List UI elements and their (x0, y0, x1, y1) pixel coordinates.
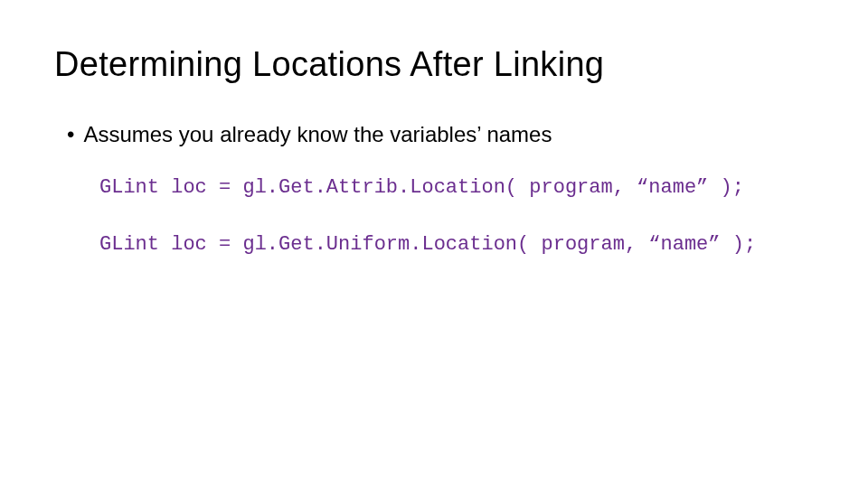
code-line-uniform: GLint loc = gl.Get.Uniform.Location( pro… (99, 233, 814, 256)
bullet-text: Assumes you already know the variables’ … (83, 122, 552, 147)
code-line-attrib: GLint loc = gl.Get.Attrib.Location( prog… (99, 176, 814, 199)
bullet-item: • Assumes you already know the variables… (67, 122, 814, 147)
slide-title: Determining Locations After Linking (54, 45, 814, 84)
bullet-marker-icon: • (67, 122, 74, 147)
